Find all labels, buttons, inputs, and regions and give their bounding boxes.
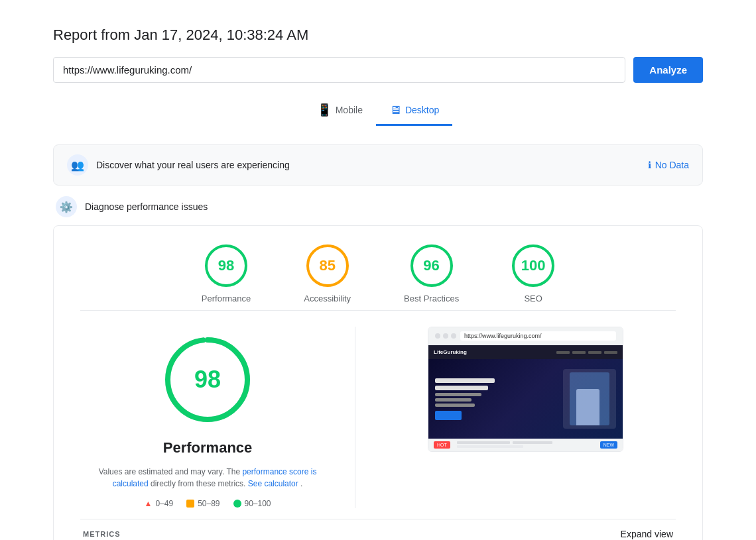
hero-text-block: [435, 378, 558, 420]
best-practices-circle: 96: [410, 244, 453, 287]
performance-circle: 98: [205, 244, 247, 287]
legend-orange-label: 50–89: [198, 499, 220, 508]
legend-item-green: 90–100: [233, 499, 271, 508]
performance-label: Performance: [202, 294, 251, 303]
dot3: [451, 333, 456, 339]
real-users-label: Discover what your real users are experi…: [96, 160, 290, 170]
nav-link-3: [588, 351, 601, 354]
diagnose-section: ⚙️ Diagnose performance issues 98 Perfor…: [53, 196, 703, 540]
score-item-best-practices[interactable]: 96 Best Practices: [404, 244, 459, 303]
info-icon: ℹ: [648, 160, 651, 170]
hero-cta-button: [435, 411, 462, 420]
legend-red-label: 0–49: [155, 499, 173, 508]
big-score-container: 98: [161, 333, 254, 426]
perf-description: Values are estimated and may vary. The p…: [95, 466, 320, 490]
desktop-icon: 🖥: [389, 103, 401, 117]
dot1: [435, 333, 440, 339]
screenshot-url-text: https://www.lifeguruking.com/: [464, 333, 542, 339]
scores-divider: [80, 310, 676, 311]
hero-sub-line3: [435, 404, 475, 407]
legend-green-dot: [233, 500, 241, 508]
report-title: Report from Jan 17, 2024, 10:38:24 AM: [53, 27, 703, 44]
diagnose-label: Diagnose performance issues: [85, 201, 208, 212]
screenshot-browser-header: https://www.lifeguruking.com/: [428, 327, 623, 345]
perf-desc-text1: Values are estimated and may vary. The: [99, 467, 243, 476]
screenshot-frame: https://www.lifeguruking.com/ LifeGuruki…: [428, 327, 623, 452]
real-users-section: 👥 Discover what your real users are expe…: [53, 144, 703, 186]
diagnose-icon: ⚙️: [56, 196, 77, 217]
score-item-accessibility[interactable]: 85 Accessibility: [304, 244, 351, 303]
screenshot-url-bar: https://www.lifeguruking.com/: [460, 331, 616, 341]
tab-mobile[interactable]: 📱 Mobile: [304, 96, 376, 126]
footer-chip-blue: NEW: [600, 441, 617, 449]
legend-red-icon: ▲: [145, 499, 153, 508]
vertical-divider: [355, 327, 355, 508]
url-row: Analyze: [53, 57, 703, 83]
no-data-link[interactable]: ℹ No Data: [648, 160, 689, 170]
hero-image: [563, 369, 616, 429]
accessibility-label: Accessibility: [304, 294, 351, 303]
score-item-seo[interactable]: 100 SEO: [512, 244, 554, 303]
metrics-bar: METRICS Expand view: [80, 519, 676, 539]
diagnose-header: ⚙️ Diagnose performance issues: [53, 196, 703, 217]
perf-title: Performance: [163, 439, 253, 457]
tab-desktop-label: Desktop: [405, 105, 439, 115]
mobile-icon: 📱: [317, 103, 332, 117]
url-input[interactable]: [53, 57, 625, 83]
perf-right: https://www.lifeguruking.com/ LifeGuruki…: [389, 327, 662, 452]
legend-item-orange: 50–89: [186, 499, 220, 508]
nav-link-4: [604, 351, 617, 354]
nav-links: [556, 351, 617, 354]
accessibility-circle: 85: [306, 244, 349, 287]
seo-circle: 100: [512, 244, 554, 287]
tab-mobile-label: Mobile: [336, 105, 363, 115]
perf-desc-text2: directly from these metrics.: [151, 479, 248, 488]
screenshot-dots: [435, 333, 456, 339]
hero-sub-line2: [435, 398, 472, 402]
real-users-left: 👥 Discover what your real users are expe…: [67, 154, 290, 176]
hero-sub-line1: [435, 393, 481, 396]
hero-title-line1: [435, 378, 495, 383]
scores-row: 98 Performance 85 Accessibility 96 Best …: [80, 244, 676, 303]
real-users-icon: 👥: [67, 154, 88, 176]
screenshot-hero: [428, 359, 623, 439]
nav-link-2: [572, 351, 586, 354]
no-data-text: No Data: [655, 160, 689, 170]
seo-label: SEO: [524, 294, 542, 303]
hero-title-line2: [435, 386, 488, 390]
tab-desktop[interactable]: 🖥 Desktop: [376, 96, 452, 126]
site-logo: LifeGuruking: [434, 349, 467, 355]
score-item-performance[interactable]: 98 Performance: [202, 244, 251, 303]
see-calculator-link[interactable]: See calculator: [248, 479, 298, 488]
metrics-label: METRICS: [83, 530, 121, 538]
best-practices-label: Best Practices: [404, 294, 459, 303]
performance-detail: 98 Performance Values are estimated and …: [80, 327, 676, 508]
big-score-number: 98: [194, 366, 221, 394]
analyze-button[interactable]: Analyze: [633, 57, 703, 83]
perf-left: 98 Performance Values are estimated and …: [94, 327, 322, 508]
screenshot-footer-bar: HOT NEW: [428, 439, 623, 451]
screenshot-nav: LifeGuruking: [428, 345, 623, 359]
perf-desc-text3: .: [300, 479, 302, 488]
legend-item-red: ▲ 0–49: [145, 499, 174, 508]
dot2: [443, 333, 448, 339]
expand-view-button[interactable]: Expand view: [621, 529, 673, 539]
legend-orange-dot: [186, 500, 194, 508]
legend-row: ▲ 0–49 50–89 90–100: [145, 499, 271, 508]
nav-link-1: [556, 351, 570, 354]
footer-chip-red: HOT: [434, 441, 450, 449]
legend-green-label: 90–100: [245, 499, 271, 508]
tab-row: 📱 Mobile 🖥 Desktop: [53, 96, 703, 126]
scores-card: 98 Performance 85 Accessibility 96 Best …: [53, 225, 703, 540]
